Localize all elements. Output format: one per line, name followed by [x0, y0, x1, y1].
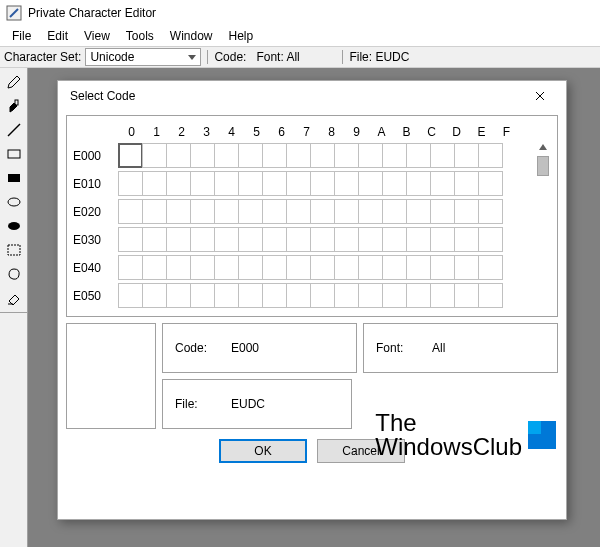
- grid-cell[interactable]: [142, 199, 167, 224]
- grid-cell[interactable]: [430, 199, 455, 224]
- grid-cell[interactable]: [214, 171, 239, 196]
- rectangle-fill-tool[interactable]: [2, 166, 26, 190]
- grid-cell[interactable]: [190, 171, 215, 196]
- grid-cell[interactable]: [358, 171, 383, 196]
- grid-cell[interactable]: [118, 255, 143, 280]
- menu-help[interactable]: Help: [221, 27, 262, 45]
- grid-cell[interactable]: [358, 227, 383, 252]
- grid-cell[interactable]: [334, 199, 359, 224]
- grid-cell[interactable]: [310, 171, 335, 196]
- grid-cell[interactable]: [430, 171, 455, 196]
- grid-cell[interactable]: [430, 143, 455, 168]
- grid-cell[interactable]: [262, 283, 287, 308]
- grid-cell[interactable]: [334, 227, 359, 252]
- rectangle-outline-tool[interactable]: [2, 142, 26, 166]
- grid-cell[interactable]: [382, 199, 407, 224]
- grid-cell[interactable]: [286, 171, 311, 196]
- ellipse-fill-tool[interactable]: [2, 214, 26, 238]
- grid-cell[interactable]: [382, 171, 407, 196]
- grid-cell[interactable]: [358, 255, 383, 280]
- eraser-tool[interactable]: [2, 286, 26, 310]
- grid-cell[interactable]: [166, 227, 191, 252]
- free-select-tool[interactable]: [2, 262, 26, 286]
- grid-cell[interactable]: [430, 283, 455, 308]
- grid-cell[interactable]: [478, 283, 503, 308]
- grid-cell[interactable]: [286, 199, 311, 224]
- grid-cell[interactable]: [142, 227, 167, 252]
- menu-window[interactable]: Window: [162, 27, 221, 45]
- grid-cell[interactable]: [166, 283, 191, 308]
- grid-scrollbar[interactable]: [535, 122, 551, 310]
- grid-cell[interactable]: [286, 283, 311, 308]
- grid-cell[interactable]: [334, 143, 359, 168]
- grid-cell[interactable]: [454, 255, 479, 280]
- menu-view[interactable]: View: [76, 27, 118, 45]
- scroll-thumb[interactable]: [537, 156, 549, 176]
- grid-cell[interactable]: [478, 143, 503, 168]
- grid-cell[interactable]: [238, 283, 263, 308]
- grid-cell[interactable]: [382, 227, 407, 252]
- grid-cell[interactable]: [358, 283, 383, 308]
- grid-cell[interactable]: [478, 227, 503, 252]
- grid-cell[interactable]: [190, 227, 215, 252]
- grid-cell[interactable]: [238, 227, 263, 252]
- grid-cell[interactable]: [118, 171, 143, 196]
- grid-cell[interactable]: [118, 227, 143, 252]
- grid-cell[interactable]: [262, 143, 287, 168]
- menu-file[interactable]: File: [4, 27, 39, 45]
- grid-cell[interactable]: [310, 199, 335, 224]
- grid-cell[interactable]: [454, 283, 479, 308]
- grid-cell[interactable]: [142, 255, 167, 280]
- grid-cell[interactable]: [310, 143, 335, 168]
- close-button[interactable]: [522, 84, 558, 108]
- grid-cell[interactable]: [382, 255, 407, 280]
- grid-cell[interactable]: [118, 143, 143, 168]
- grid-cell[interactable]: [334, 171, 359, 196]
- grid-cell[interactable]: [190, 143, 215, 168]
- grid-cell[interactable]: [142, 283, 167, 308]
- ellipse-outline-tool[interactable]: [2, 190, 26, 214]
- grid-cell[interactable]: [334, 283, 359, 308]
- grid-cell[interactable]: [166, 143, 191, 168]
- grid-cell[interactable]: [454, 199, 479, 224]
- grid-cell[interactable]: [262, 227, 287, 252]
- line-tool[interactable]: [2, 118, 26, 142]
- grid-cell[interactable]: [286, 227, 311, 252]
- grid-cell[interactable]: [214, 227, 239, 252]
- grid-cell[interactable]: [310, 227, 335, 252]
- grid-cell[interactable]: [262, 199, 287, 224]
- grid-cell[interactable]: [454, 143, 479, 168]
- grid-cell[interactable]: [334, 255, 359, 280]
- rect-select-tool[interactable]: [2, 238, 26, 262]
- grid-cell[interactable]: [238, 255, 263, 280]
- grid-cell[interactable]: [406, 283, 431, 308]
- grid-cell[interactable]: [358, 199, 383, 224]
- grid-cell[interactable]: [166, 255, 191, 280]
- grid-cell[interactable]: [430, 227, 455, 252]
- grid-cell[interactable]: [214, 255, 239, 280]
- brush-tool[interactable]: [2, 94, 26, 118]
- grid-cell[interactable]: [190, 255, 215, 280]
- grid-cell[interactable]: [262, 255, 287, 280]
- grid-cell[interactable]: [118, 199, 143, 224]
- cancel-button[interactable]: Cancel: [317, 439, 405, 463]
- grid-cell[interactable]: [166, 171, 191, 196]
- grid-cell[interactable]: [142, 143, 167, 168]
- grid-cell[interactable]: [454, 227, 479, 252]
- grid-cell[interactable]: [310, 255, 335, 280]
- grid-cell[interactable]: [262, 171, 287, 196]
- grid-cell[interactable]: [406, 143, 431, 168]
- grid-cell[interactable]: [142, 171, 167, 196]
- menu-tools[interactable]: Tools: [118, 27, 162, 45]
- grid-cell[interactable]: [478, 255, 503, 280]
- menu-edit[interactable]: Edit: [39, 27, 76, 45]
- grid-cell[interactable]: [430, 255, 455, 280]
- grid-cell[interactable]: [406, 255, 431, 280]
- grid-cell[interactable]: [238, 143, 263, 168]
- grid-cell[interactable]: [238, 171, 263, 196]
- grid-cell[interactable]: [214, 199, 239, 224]
- grid-cell[interactable]: [118, 283, 143, 308]
- grid-cell[interactable]: [214, 283, 239, 308]
- grid-cell[interactable]: [238, 199, 263, 224]
- grid-cell[interactable]: [406, 171, 431, 196]
